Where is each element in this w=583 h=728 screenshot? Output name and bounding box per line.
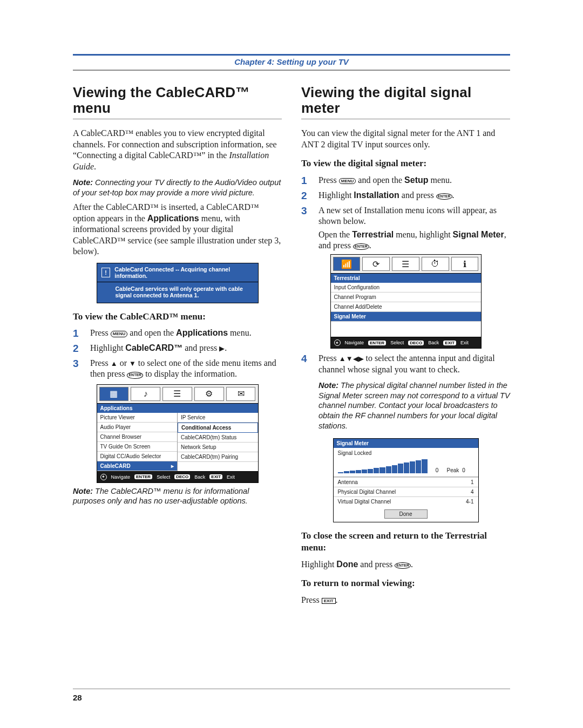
step-3-body: Press ▲ or ▼ to select one of the side m…: [90, 358, 282, 380]
page-number: 28: [73, 693, 82, 702]
menu-button-icon: MENU: [339, 178, 356, 185]
menu-item-highlighted: Conditional Access: [178, 423, 258, 433]
menu-item: IP Service: [178, 413, 258, 423]
peak-value: 0: [462, 467, 465, 473]
left-arrow-icon: ◀: [353, 355, 358, 363]
figure-footer-bar: ✦Navigate ENTERSelect DECOBack EXITExit: [97, 471, 258, 482]
up-arrow-icon: ▲: [111, 359, 118, 368]
key-icon: DECO: [408, 341, 424, 345]
exit-button-icon: EXIT: [322, 598, 336, 604]
menu-item: Network Setup: [178, 443, 258, 452]
enter-button-icon: ENTER: [127, 372, 143, 378]
dpad-icon: ✦: [100, 474, 107, 480]
tab-strip: ▦ ♪ ☰ ⚙ ✉: [97, 385, 258, 404]
right-arrow-icon: ▶: [219, 344, 225, 352]
tab-icon: ⟳: [362, 257, 390, 271]
right-arrow-icon: ▶: [358, 355, 364, 363]
notice-line-1: CableCard Connected -- Acquiring channel…: [114, 266, 253, 279]
menu-item: Channel Browser: [97, 432, 178, 442]
signal-locked-label: Signal Locked: [334, 448, 478, 456]
tab-icon: ☰: [392, 257, 419, 271]
down-arrow-icon: ▼: [346, 355, 353, 363]
left-note-1: Note: Connecting your TV directly to the…: [73, 178, 282, 198]
tab-icon: ☰: [162, 387, 192, 401]
menu-item-selected: CableCARD▸: [97, 461, 178, 471]
step-number: 2: [73, 343, 83, 355]
up-arrow-icon: ▲: [339, 355, 346, 363]
menu-item: Channel Add/Delete: [331, 302, 481, 312]
menu-left-col: Picture Viewer Audio Player Channel Brow…: [97, 413, 178, 471]
enter-button-icon: ENTER: [436, 193, 452, 200]
dpad-icon: ✦: [334, 339, 341, 346]
menu-item: TV Guide On Screen: [97, 442, 178, 452]
enter-button-icon: ENTER: [395, 562, 411, 569]
menu-item-selected: Signal Meter: [331, 312, 481, 322]
signal-current-value: 0: [433, 467, 442, 473]
table-row: Antenna1: [334, 477, 478, 487]
key-icon: EXIT: [443, 341, 456, 345]
signal-meter-title: Signal Meter: [334, 439, 478, 448]
menu-item: Picture Viewer: [97, 413, 178, 423]
right-subheading-3: To return to normal viewing:: [301, 577, 510, 589]
enter-button-icon: ENTER: [353, 243, 369, 250]
step-2-body: Highlight CableCARD™ and press ▶.: [90, 343, 282, 355]
step-1-body: Press MENU and open the Applications men…: [90, 328, 282, 339]
right-heading: Viewing the digital signal meter: [301, 85, 510, 119]
menu-category: Terrestrial: [331, 274, 481, 283]
table-row: Virtual Digital Channel4-1: [334, 496, 478, 506]
menu-item: Channel Program: [331, 292, 481, 302]
r-step-4: Press ▲▼◀▶ to select the antenna input a…: [318, 353, 510, 435]
tab-icon: 📶: [333, 257, 361, 271]
menu-button-icon: MENU: [111, 331, 128, 337]
step-number: 1: [73, 328, 83, 339]
menu-item: Input Configuration: [331, 283, 481, 292]
chapter-rule-top: [73, 54, 510, 56]
tab-strip: 📶 ⟳ ☰ ⏱ ℹ: [331, 255, 481, 274]
right-column: Viewing the digital signal meter You can…: [301, 85, 510, 611]
key-icon: ENTER: [368, 341, 386, 345]
signal-bars-icon: [338, 459, 428, 473]
chapter-title: Chapter 4: Setting up your TV: [32, 57, 551, 66]
menu-item: Digital CC/Audio Selector: [97, 452, 178, 461]
right-subheading-1: To view the digital signal meter:: [301, 158, 510, 169]
r-step-2: Highlight Installation and press ENTER.: [318, 190, 510, 202]
return-instruction: Press EXIT.: [301, 595, 510, 605]
step-number: 1: [301, 175, 311, 187]
table-row: Physical Digital Channel4: [334, 487, 478, 496]
r-step-3: A new set of Installation menu icons wil…: [318, 205, 510, 251]
figure-applications-menu: ▦ ♪ ☰ ⚙ ✉ Applications Picture Viewer Au…: [97, 384, 259, 483]
right-steps-4: 4 Press ▲▼◀▶ to select the antenna input…: [301, 353, 510, 435]
figure-signal-meter: Signal Meter Signal Locked 0 Peak 0 Ante…: [333, 438, 479, 522]
left-subheading: To view the CableCARD™ menu:: [73, 311, 282, 323]
close-instruction: Highlight Done and press ENTER.: [301, 559, 510, 570]
menu-item: CableCARD(tm) Status: [178, 433, 258, 443]
key-icon: EXIT: [209, 474, 222, 479]
menu-category: Applications: [97, 404, 258, 413]
divider: [73, 70, 510, 71]
tab-icon: ♪: [131, 387, 160, 401]
right-steps: 1 Press MENU and open the Setup menu. 2 …: [301, 175, 510, 251]
key-icon: ENTER: [134, 474, 152, 479]
tab-icon: ▦: [99, 387, 129, 401]
step-number: 2: [301, 190, 311, 202]
menu-item: Audio Player: [97, 423, 178, 432]
down-arrow-icon: ▼: [129, 359, 136, 368]
left-para-1: A CableCARD™ enables you to view encrypt…: [73, 128, 282, 172]
tab-icon: ✉: [226, 387, 256, 401]
tab-icon: ⏱: [422, 257, 449, 271]
menu-right-col: IP Service Conditional Access CableCARD(…: [177, 413, 258, 471]
figure-terrestrial-menu: 📶 ⟳ ☰ ⏱ ℹ Terrestrial Input Configuratio…: [330, 254, 482, 349]
step-number: 3: [73, 358, 83, 380]
notice-line-2: CableCard services will only operate wit…: [97, 282, 258, 303]
left-column: Viewing the CableCARD™ menu A CableCARD™…: [73, 85, 282, 611]
done-button: Done: [384, 509, 428, 519]
step-number: 3: [301, 205, 311, 251]
figure-cablecard-notice: ! CableCard Connected -- Acquiring chann…: [97, 263, 259, 303]
left-heading: Viewing the CableCARD™ menu: [73, 85, 282, 119]
step-number: 4: [301, 353, 311, 435]
chevron-right-icon: ▸: [171, 463, 174, 469]
left-note-2: Note: The CableCARD™ menu is for informa…: [73, 486, 282, 506]
peak-label: Peak: [447, 467, 459, 473]
warning-icon: !: [101, 268, 111, 277]
left-para-2: After the CableCARD™ is inserted, a Cabl…: [73, 202, 282, 257]
